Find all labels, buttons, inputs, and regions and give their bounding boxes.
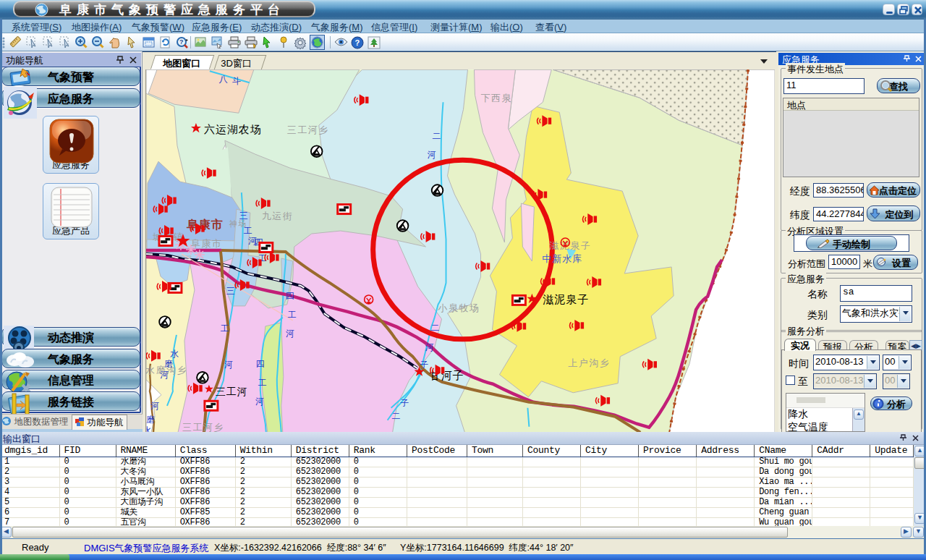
svg-text:斗: 斗 — [232, 76, 241, 86]
svg-text:河: 河 — [224, 360, 233, 370]
svg-text:河: 河 — [425, 342, 434, 352]
svg-text:?: ? — [179, 38, 184, 46]
svg-text:河: 河 — [160, 370, 169, 380]
svg-text:二: 二 — [431, 323, 440, 333]
svg-text:阜康市: 阜康市 — [191, 238, 222, 249]
svg-text:二: 二 — [392, 411, 401, 421]
svg-text:工: 工 — [288, 310, 297, 320]
svg-text:三工河乡: 三工河乡 — [287, 124, 329, 135]
svg-text:二: 二 — [433, 131, 441, 141]
svg-text:三: 三 — [226, 286, 235, 296]
svg-text:阜康市: 阜康市 — [186, 218, 224, 231]
svg-text:下西泉: 下西泉 — [480, 93, 511, 103]
svg-text:四: 四 — [286, 291, 294, 301]
svg-text:河: 河 — [428, 150, 436, 160]
svg-text:子: 子 — [420, 360, 429, 370]
svg-text:子: 子 — [400, 398, 409, 408]
svg-text:六运湖农场: 六运湖农场 — [204, 123, 262, 135]
svg-text:八: 八 — [219, 74, 228, 84]
svg-text:工: 工 — [244, 226, 252, 236]
svg-text:上户沟乡: 上户沟乡 — [568, 357, 610, 368]
svg-text:河: 河 — [255, 396, 264, 407]
svg-text:水: 水 — [170, 349, 179, 359]
svg-text:九运街: 九运街 — [262, 211, 293, 221]
svg-text:河: 河 — [286, 328, 294, 339]
svg-text:河: 河 — [150, 401, 159, 411]
svg-text:磨: 磨 — [164, 359, 173, 369]
svg-text:工: 工 — [258, 378, 267, 388]
svg-text:中新水库: 中新水库 — [542, 253, 582, 264]
svg-text:小泉牧场: 小泉牧场 — [438, 302, 480, 313]
svg-text:滋泥泉子: 滋泥泉子 — [543, 293, 589, 305]
svg-text:磨: 磨 — [146, 415, 155, 425]
svg-text:三: 三 — [239, 211, 248, 221]
svg-text:三工河乡: 三工河乡 — [182, 422, 224, 433]
svg-text:三工河: 三工河 — [216, 386, 248, 397]
svg-text:滋泥泉子: 滋泥泉子 — [549, 240, 591, 251]
svg-text:四: 四 — [256, 359, 265, 369]
svg-text:甘河子: 甘河子 — [430, 369, 464, 381]
svg-text:?: ? — [355, 38, 360, 47]
svg-text:工: 工 — [221, 323, 229, 334]
